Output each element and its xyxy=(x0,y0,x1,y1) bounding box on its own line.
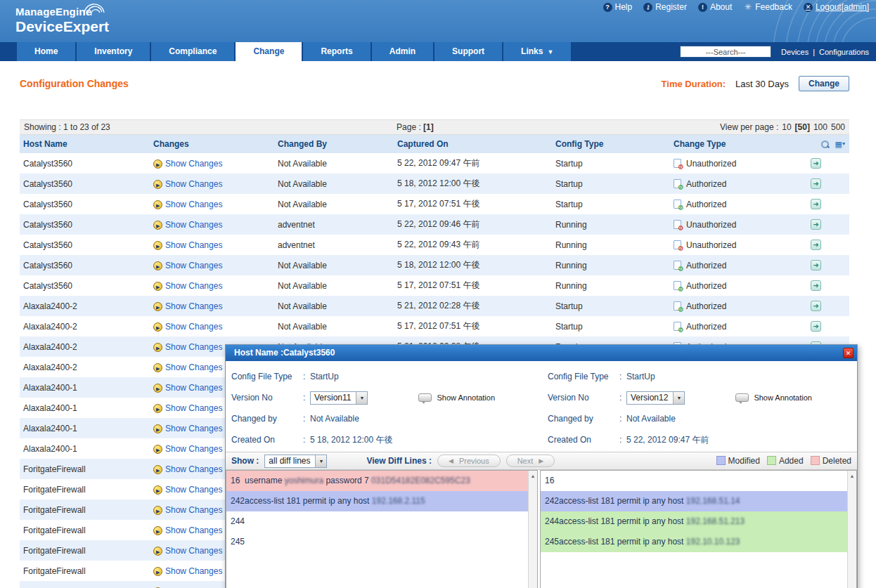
configurations-link[interactable]: Configurations xyxy=(819,48,869,56)
show-changes-link[interactable]: Show Changes xyxy=(165,220,222,230)
col-changed-by[interactable]: Changed By xyxy=(274,135,394,153)
show-changes-link[interactable]: Show Changes xyxy=(165,403,222,413)
select-dropdown-icon[interactable]: ▼ xyxy=(356,392,367,404)
row-detail-arrow-icon[interactable]: ➜ xyxy=(811,301,821,311)
devices-link[interactable]: Devices xyxy=(781,48,809,56)
show-changes-link[interactable]: Show Changes xyxy=(165,485,222,495)
row-detail-arrow-icon[interactable]: ➜ xyxy=(811,240,821,250)
show-changes-link[interactable]: Show Changes xyxy=(165,505,222,515)
show-changes-link[interactable]: Show Changes xyxy=(165,525,222,535)
diff-filter-select[interactable]: all diff lines▼ xyxy=(264,455,327,468)
diff-legend: Modified Added Deleted xyxy=(716,456,851,466)
tab-support[interactable]: Support xyxy=(434,42,502,61)
left-version-select[interactable]: Version11▼ xyxy=(310,391,368,405)
captured-on-cell: 5 17, 2012 07:51 午後 xyxy=(394,316,552,337)
quick-links: Devices | Configurations xyxy=(781,48,869,56)
col-config-type[interactable]: Config Type xyxy=(552,135,670,153)
deleted-swatch xyxy=(811,456,820,465)
show-changes-link[interactable]: Show Changes xyxy=(165,322,222,332)
legend-modified: Modified xyxy=(716,456,760,466)
show-changes-link[interactable]: Show Changes xyxy=(165,159,222,169)
per-page-500[interactable]: 500 xyxy=(831,122,845,132)
captured-on-cell: 5 17, 2012 07:51 午後 xyxy=(394,194,552,214)
show-filter-label: Show : xyxy=(231,456,259,466)
row-detail-arrow-icon[interactable]: ➜ xyxy=(811,219,821,230)
show-changes-link[interactable]: Show Changes xyxy=(165,444,222,454)
tab-home[interactable]: Home xyxy=(17,42,75,61)
column-chooser-icon[interactable]: ▦ xyxy=(835,140,845,149)
show-changes-link[interactable]: Show Changes xyxy=(165,464,222,474)
per-page-50-selected[interactable]: [50] xyxy=(795,122,810,132)
show-changes-link[interactable]: Show Changes xyxy=(165,566,222,576)
captured-on-cell: 5 17, 2012 07:51 午後 xyxy=(394,275,552,296)
left-created-on-value: 5 18, 2012 12:00 午後 xyxy=(310,429,392,450)
view-per-page: View per page : 10 [50] 100 500 xyxy=(720,122,845,132)
row-detail-arrow-icon[interactable]: ➜ xyxy=(811,158,821,169)
show-changes-link[interactable]: Show Changes xyxy=(165,342,222,352)
right-version-select[interactable]: Version12▼ xyxy=(626,391,685,405)
show-changes-play-icon xyxy=(153,302,162,311)
dialog-body: Config File Type:StartUp Version No: Ver… xyxy=(226,361,857,452)
show-changes-link[interactable]: Show Changes xyxy=(165,362,222,372)
col-captured-on[interactable]: Captured On xyxy=(394,135,552,153)
left-show-annotation[interactable]: Show Annotation xyxy=(418,387,495,408)
tab-compliance[interactable]: Compliance xyxy=(151,42,234,61)
table-row: Catalyst3560 Show Changes adventnet 5 22… xyxy=(20,235,849,255)
diff-pane-right-body: 16242access-list 181 permit ip any host … xyxy=(541,471,847,552)
time-duration-group: Time Duration: Last 30 Days Change xyxy=(662,76,849,91)
changes-cell: Show Changes xyxy=(150,316,274,337)
show-changes-link[interactable]: Show Changes xyxy=(165,200,222,209)
time-duration-label: Time Duration: xyxy=(662,79,726,89)
changes-cell: Show Changes xyxy=(150,214,274,235)
right-config-file-type-value: StartUp xyxy=(626,366,655,387)
row-detail-arrow-icon[interactable]: ➜ xyxy=(811,260,821,270)
diff-line: 242access-list 181 permit ip any host 19… xyxy=(226,491,528,511)
show-changes-link[interactable]: Show Changes xyxy=(165,383,222,393)
col-changes[interactable]: Changes xyxy=(150,135,274,153)
close-icon[interactable]: ✕ xyxy=(843,348,854,358)
right-pane-scrollbar[interactable] xyxy=(847,471,856,588)
show-changes-link[interactable]: Show Changes xyxy=(165,240,222,250)
tab-links[interactable]: Links▼ xyxy=(503,42,571,61)
tab-change[interactable]: Change xyxy=(236,42,302,61)
search-input[interactable] xyxy=(680,46,771,58)
row-detail-arrow-icon[interactable]: ➜ xyxy=(811,280,821,291)
next-diff-button[interactable]: Next▶ xyxy=(506,455,555,467)
dialog-title-bar[interactable]: Host Name :Catalyst3560 ✕ xyxy=(226,345,857,361)
row-detail-arrow-icon[interactable]: ➜ xyxy=(811,321,821,332)
change-type-doc-icon xyxy=(674,200,681,209)
host-name-cell: Alaxala2400-1 xyxy=(20,377,150,398)
left-pane-scrollbar[interactable] xyxy=(528,471,537,588)
config-type-cell: Running xyxy=(552,235,670,255)
logout-link[interactable]: ✕Logout[admin] xyxy=(804,2,869,12)
show-changes-link[interactable]: Show Changes xyxy=(165,546,222,556)
col-change-type[interactable]: Change Type xyxy=(670,135,807,153)
show-changes-link[interactable]: Show Changes xyxy=(165,261,222,270)
change-type-doc-icon xyxy=(674,220,681,229)
diff-pane-left: 16username yoshimura password 7 031D5418… xyxy=(226,470,538,588)
tab-admin[interactable]: Admin xyxy=(372,42,433,61)
col-host-name[interactable]: Host Name xyxy=(20,135,150,153)
select-dropdown-icon[interactable]: ▼ xyxy=(315,455,326,467)
feedback-link[interactable]: ✳Feedback xyxy=(743,2,792,12)
per-page-100[interactable]: 100 xyxy=(813,122,827,132)
tab-inventory[interactable]: Inventory xyxy=(77,42,150,61)
added-swatch xyxy=(767,456,776,465)
row-detail-arrow-icon[interactable]: ➜ xyxy=(811,199,821,209)
per-page-10[interactable]: 10 xyxy=(782,122,791,132)
right-show-annotation[interactable]: Show Annotation xyxy=(735,387,812,408)
help-link[interactable]: ?Help xyxy=(603,2,633,12)
tab-reports[interactable]: Reports xyxy=(303,42,370,61)
previous-diff-button[interactable]: ◀Previous xyxy=(437,455,501,467)
show-changes-link[interactable]: Show Changes xyxy=(165,179,222,189)
show-changes-link[interactable]: Show Changes xyxy=(165,424,222,433)
register-link[interactable]: ⚷Register xyxy=(643,2,687,12)
select-dropdown-icon[interactable]: ▼ xyxy=(673,392,684,404)
show-changes-link[interactable]: Show Changes xyxy=(165,301,222,311)
table-search-icon[interactable] xyxy=(820,140,830,149)
show-changes-link[interactable]: Show Changes xyxy=(165,281,222,291)
change-type-doc-icon xyxy=(674,322,681,331)
about-link[interactable]: !About xyxy=(698,2,732,12)
change-duration-button[interactable]: Change xyxy=(799,76,849,91)
row-detail-arrow-icon[interactable]: ➜ xyxy=(811,178,821,189)
